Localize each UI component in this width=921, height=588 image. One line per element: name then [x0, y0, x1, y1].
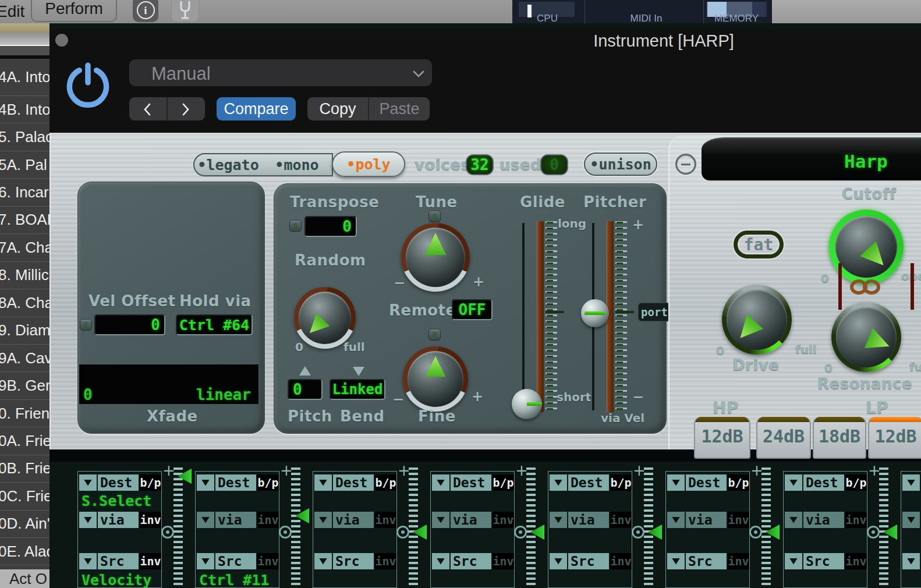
dest-header[interactable]: Dest	[803, 474, 844, 491]
link-icon[interactable]	[863, 279, 880, 295]
xfade-amount-value[interactable]: 0	[83, 386, 93, 403]
next-preset-button[interactable]	[182, 103, 190, 116]
src-header[interactable]: Src	[333, 553, 374, 569]
via-dropdown-icon[interactable]	[667, 512, 685, 528]
track-list-footer[interactable]: Act O	[0, 569, 49, 588]
track-list-item[interactable]: 9A. Cav	[0, 345, 49, 372]
via-invert-button[interactable]: inv	[493, 512, 514, 528]
dest-dropdown-icon[interactable]	[432, 474, 449, 491]
collapse-button[interactable]	[675, 154, 696, 175]
bypass-button[interactable]: b/p	[728, 474, 749, 491]
mod-target-icon[interactable]	[279, 526, 292, 539]
tuning-fork-button[interactable]	[171, 0, 199, 22]
lp-slope-24db-button[interactable]: 24dB	[756, 417, 811, 459]
pitcher-slider-handle[interactable]	[581, 299, 609, 327]
src-dropdown-icon[interactable]	[902, 553, 920, 569]
via-dropdown-icon[interactable]	[902, 512, 920, 528]
hold-via-display[interactable]: Ctrl #64	[176, 314, 253, 335]
track-list-item[interactable]: 4A. Into	[0, 59, 49, 96]
src-invert-button[interactable]: inv	[140, 553, 161, 569]
via-header[interactable]: via	[803, 512, 844, 528]
via-invert-button[interactable]: inv	[375, 512, 396, 528]
vel-offset-display[interactable]: 0	[94, 314, 165, 335]
src-header[interactable]: Src	[98, 553, 139, 569]
dest-header[interactable]: Dest	[451, 474, 491, 491]
src-dropdown-icon[interactable]	[785, 553, 802, 569]
via-dropdown-icon[interactable]	[432, 512, 449, 528]
track-list-item[interactable]: 7. BOAK	[0, 207, 49, 234]
via-invert-button[interactable]: inv	[257, 512, 279, 528]
src-invert-button[interactable]: inv	[728, 553, 749, 569]
tune-knob[interactable]	[401, 223, 470, 292]
mod-target-icon[interactable]	[514, 526, 527, 539]
tune-zero-button[interactable]: 0	[428, 211, 441, 222]
track-list-item[interactable]: 8. Millic	[0, 262, 49, 289]
track-list-item[interactable]: 8A. Cha	[0, 289, 49, 317]
amount-ladder[interactable]	[644, 467, 653, 588]
xfade-type-value[interactable]: linear	[196, 386, 251, 403]
src-dropdown-icon[interactable]	[314, 553, 332, 569]
track-list-item[interactable]: 4B. Into	[0, 96, 49, 123]
src-header[interactable]: Src	[803, 553, 844, 569]
src-invert-button[interactable]: inv	[610, 553, 632, 569]
src-invert-button[interactable]: inv	[493, 553, 514, 569]
via-invert-button[interactable]: inv	[728, 512, 749, 528]
drive-knob[interactable]	[722, 285, 792, 355]
track-list-item[interactable]: 0C. Frie	[0, 483, 49, 510]
fat-button[interactable]: fat	[734, 231, 784, 258]
dest-dropdown-icon[interactable]	[667, 474, 685, 491]
compare-button[interactable]: Compare	[217, 97, 296, 121]
src-header[interactable]: Src	[568, 553, 609, 569]
dest-dropdown-icon[interactable]	[314, 474, 332, 491]
info-button[interactable]: i	[133, 0, 158, 22]
unison-button[interactable]: •unison	[584, 153, 657, 176]
track-list-item[interactable]: 9. Diam	[0, 317, 49, 345]
prev-preset-button[interactable]	[143, 103, 151, 116]
transpose-zero-button[interactable]: 0	[289, 220, 302, 232]
dest-header[interactable]: Dest	[215, 474, 256, 491]
poly-button[interactable]: •poly	[332, 151, 405, 177]
glide-slider-handle[interactable]	[512, 389, 542, 419]
track-list-item[interactable]: 9B. Ger	[0, 372, 49, 399]
remote-display[interactable]: OFF	[452, 299, 493, 320]
via-header[interactable]: via	[686, 512, 727, 528]
via-dropdown-icon[interactable]	[550, 512, 567, 528]
fine-zero-button[interactable]: 0	[428, 329, 441, 341]
bypass-button[interactable]: b/p	[610, 474, 632, 491]
bypass-button[interactable]: b/p	[493, 474, 514, 491]
via-invert-button[interactable]: inv	[140, 512, 161, 528]
src-dropdown-icon[interactable]	[79, 553, 97, 569]
amount-ladder[interactable]	[409, 467, 418, 588]
hp-slope-12db-button[interactable]: 12dB	[694, 417, 750, 459]
lp-slope-12db-button[interactable]: 12dB	[868, 417, 921, 459]
dest-dropdown-icon[interactable]	[197, 474, 214, 491]
mod-target-icon[interactable]	[396, 526, 409, 539]
bypass-button[interactable]: b/p	[845, 474, 867, 491]
mod-target-icon[interactable]	[632, 526, 644, 539]
dest-header[interactable]: Dest	[98, 474, 139, 491]
via-dropdown-icon[interactable]	[197, 512, 214, 528]
src-dropdown-icon[interactable]	[432, 553, 449, 569]
voices-display[interactable]: 32	[466, 154, 494, 175]
via-invert-button[interactable]: inv	[845, 512, 867, 528]
src-dropdown-icon[interactable]	[667, 553, 685, 569]
copy-button[interactable]: Copy	[307, 97, 369, 121]
src-invert-button[interactable]: inv	[375, 553, 396, 569]
glide-rail[interactable]	[522, 223, 525, 410]
track-list-item[interactable]: 7A. Cha	[0, 234, 49, 261]
legato-button[interactable]: •legato	[193, 153, 263, 176]
amount-ladder[interactable]	[173, 467, 183, 588]
via-dropdown-icon[interactable]	[79, 512, 97, 528]
bypass-button[interactable]: b/p	[375, 474, 396, 491]
src-value[interactable]: Velocity	[82, 572, 161, 588]
track-list-item[interactable]: 0A. Frie	[0, 427, 49, 455]
dest-header[interactable]: Dest	[333, 474, 374, 491]
bypass-button[interactable]: b/p	[257, 474, 279, 491]
mod-target-icon[interactable]	[749, 526, 762, 539]
bend-down-display[interactable]: Linked	[330, 379, 385, 400]
dest-dropdown-icon[interactable]	[550, 474, 567, 491]
power-button[interactable]	[66, 62, 110, 108]
amount-ladder[interactable]	[291, 467, 300, 588]
dest-header[interactable]: Dest	[686, 474, 727, 491]
mod-target-icon[interactable]	[867, 526, 880, 539]
